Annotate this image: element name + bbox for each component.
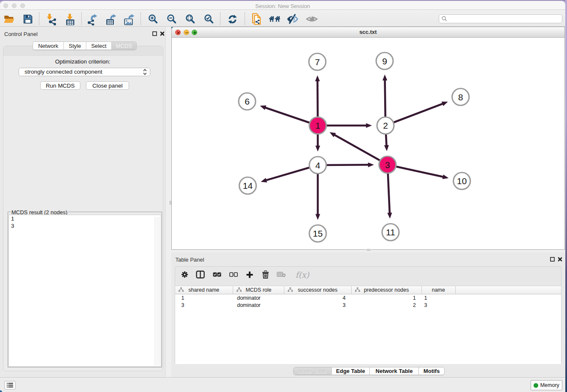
search-input[interactable] — [447, 15, 562, 22]
float-panel-icon[interactable] — [152, 31, 157, 36]
table-cell[interactable]: 1 — [422, 295, 456, 302]
network-window-titlebar[interactable]: scc.txt — [172, 27, 565, 38]
table-row-2[interactable]: 3dominator323 — [175, 302, 561, 309]
table-cell[interactable]: dominator — [233, 295, 284, 302]
network-window: scc.txt 1234678910111415 — [171, 27, 565, 250]
table-tabs: Node TableEdge TableNetwork TableMotifs — [293, 367, 445, 375]
table-split-view-button[interactable] — [194, 268, 207, 281]
column-header-shared-name[interactable]: shared name — [175, 286, 234, 294]
control-panel-tab-mcds[interactable]: MCDS — [112, 42, 136, 50]
column-header-MCDS-role[interactable]: MCDS role — [233, 286, 284, 294]
run-mcds-button[interactable]: Run MCDS — [40, 81, 80, 90]
edge-arrow-1-7 — [315, 75, 319, 81]
table-select-all-icon — [213, 272, 221, 277]
apply-layout-button[interactable] — [227, 13, 239, 25]
table-deselect-all-button[interactable] — [227, 268, 240, 281]
zoom-in-button[interactable] — [147, 13, 159, 25]
table-settings-button[interactable] — [179, 268, 191, 281]
open-file-button[interactable] — [3, 13, 15, 25]
table-add-column-button[interactable] — [243, 268, 256, 281]
column-header-name[interactable]: name — [422, 286, 456, 294]
zoom-selected-icon — [203, 13, 215, 25]
table-tab-node-table[interactable]: Node Table — [294, 367, 332, 375]
horizontal-splitter-handle[interactable] — [366, 248, 371, 251]
background-window-right-edge — [565, 0, 567, 392]
export-table-icon — [105, 13, 117, 25]
edge-arrow-1-4 — [315, 146, 320, 152]
control-panel-tabs: NetworkStyleSelectMCDS — [33, 41, 137, 50]
column-header-label: MCDS role — [245, 287, 271, 293]
import-table-icon — [64, 13, 76, 25]
table-delete-table-button[interactable] — [275, 268, 288, 281]
table-cell[interactable]: 3 — [422, 302, 456, 309]
column-header-successor-nodes[interactable]: successor nodes — [284, 286, 352, 294]
node-label-9: 9 — [382, 56, 387, 66]
control-panel-tab-style[interactable]: Style — [64, 42, 86, 50]
import-table-button[interactable] — [64, 13, 76, 25]
zoom-fit-icon — [184, 13, 196, 25]
export-network-button[interactable] — [86, 13, 98, 25]
reset-view-button[interactable] — [269, 13, 281, 25]
node-label-11: 11 — [386, 227, 395, 237]
close-table-panel-icon[interactable] — [558, 257, 562, 262]
table-settings-icon — [181, 271, 188, 278]
table-cell[interactable]: dominator — [233, 302, 284, 309]
task-list-icon — [7, 383, 13, 388]
edge-3-1[interactable] — [334, 135, 387, 165]
toolbar-separator — [245, 12, 245, 25]
export-image-button[interactable] — [123, 13, 135, 25]
show-panel-button[interactable] — [306, 13, 318, 25]
float-table-panel-icon[interactable] — [550, 257, 555, 262]
table-select-all-button[interactable] — [211, 268, 223, 281]
table-cell[interactable]: 1 — [352, 295, 422, 302]
export-table-button[interactable] — [105, 13, 117, 25]
edge-2-8[interactable] — [385, 104, 443, 126]
close-panel-icon[interactable] — [160, 31, 165, 36]
table-cell[interactable]: 1 — [175, 295, 234, 302]
main-toolbar — [0, 10, 565, 27]
column-type-icon — [355, 287, 360, 292]
mcds-result-group: MCDS result (2 nodes) 13 — [8, 212, 162, 367]
table-delete-column-button[interactable] — [259, 268, 272, 281]
table-cell[interactable]: 2 — [352, 302, 422, 309]
control-panel-tab-select[interactable]: Select — [86, 42, 112, 50]
table-function-button[interactable]: f(x) — [293, 268, 312, 281]
memory-status-icon — [534, 383, 538, 388]
hide-panel-button[interactable] — [286, 13, 298, 25]
mcds-result-box[interactable]: 13 — [8, 215, 161, 367]
clone-network-button[interactable] — [250, 13, 262, 25]
zoom-selected-button[interactable] — [203, 13, 215, 25]
task-history-button[interactable] — [4, 381, 16, 389]
column-header-predecessor-nodes[interactable]: predecessor nodes — [352, 286, 422, 294]
table-cell[interactable]: 4 — [284, 295, 352, 302]
table-cell[interactable]: 3 — [175, 302, 234, 309]
close-panel-button[interactable]: Close panel — [86, 81, 129, 90]
column-header-label: successor nodes — [298, 287, 338, 293]
optimization-dropdown[interactable]: strongly connected component — [19, 68, 150, 76]
import-network-button[interactable] — [45, 13, 57, 25]
table-add-column-icon — [246, 271, 253, 279]
control-panel-tab-network[interactable]: Network — [33, 42, 64, 50]
show-panel-icon — [306, 13, 318, 25]
column-header-label: name — [432, 287, 445, 293]
table-tab-network-table[interactable]: Network Table — [370, 367, 419, 375]
edge-arrow-3-1 — [329, 132, 336, 137]
zoom-fit-button[interactable] — [184, 13, 196, 25]
table-deselect-all-icon — [229, 272, 238, 277]
edge-arrow-4-15 — [315, 214, 320, 220]
column-header-label: shared name — [188, 287, 219, 293]
table-tab-edge-table[interactable]: Edge Table — [332, 367, 370, 375]
table-tab-motifs[interactable]: Motifs — [419, 367, 444, 375]
result-scrollbar[interactable] — [154, 217, 160, 365]
memory-button[interactable]: Memory — [531, 380, 562, 390]
export-image-icon — [123, 13, 135, 25]
toolbar-separator — [220, 12, 220, 25]
zoom-out-button[interactable] — [166, 13, 178, 25]
save-session-button[interactable] — [22, 13, 34, 25]
node-label-4: 4 — [315, 160, 320, 170]
search-field[interactable] — [439, 14, 562, 23]
open-file-icon — [3, 14, 15, 25]
table-row-1[interactable]: 1dominator411 — [175, 295, 561, 302]
network-canvas[interactable]: 1234678910111415 — [172, 38, 565, 249]
table-cell[interactable]: 3 — [284, 302, 352, 309]
